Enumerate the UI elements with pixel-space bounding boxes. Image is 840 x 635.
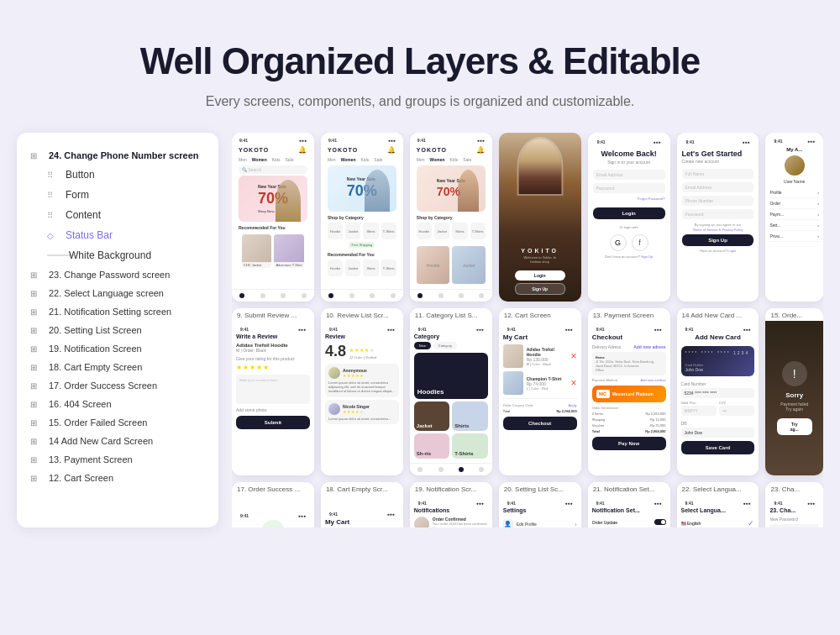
grid-icon: ⊞ [30, 344, 42, 354]
grid-icon: ⊞ [30, 418, 42, 428]
layer-label: Button [66, 169, 95, 181]
layer-item-content[interactable]: ⠿ Content [17, 205, 218, 225]
layer-label: 21. Notification Setting screen [49, 307, 171, 317]
screen-notification[interactable]: 19. Notification Scr... 9:41 ●●● Notific… [410, 482, 492, 527]
layer-label: 14 Add New Card Screen [49, 436, 153, 446]
layer-label: Content [66, 209, 101, 221]
screen-label-add-new-card: 14 Add New Card ... [677, 308, 759, 321]
layers-panel: ⊞ 24. Change Phone Number screen ⠿ Butto… [17, 133, 218, 527]
layer-label: 18. Cart Empty Screen [49, 362, 142, 372]
hero-subtitle: Every screens, components, and groups is… [17, 94, 823, 109]
preview-row-2: 9. Submit Review ... 9:41 ●●● Write a Re… [232, 308, 823, 475]
layer-label: 17. Order Success Screen [49, 380, 157, 391]
screen-yokoto-home-2[interactable]: 9:41 ●●● YOKOTO 🔔 MenWomenKidsSale [321, 133, 403, 302]
layer-item-14-add-new-card[interactable]: ⊞ 14 Add New Card Screen [17, 432, 218, 450]
grid-icon: ⊞ [30, 363, 42, 372]
layer-label: 22. Select Language screen [49, 288, 164, 298]
screen-notif-setting[interactable]: 21. Notification Set... 9:41 ●●● Notific… [588, 482, 670, 527]
grid-icon: ⊞ [30, 151, 42, 160]
screen-23[interactable]: 23. Cha... 9:41 ●●● 23. Cha... New Passw… [765, 482, 823, 527]
screen-order-success[interactable]: 17. Order Success ... 9:41 ●●● ✓ Order S… [232, 482, 314, 527]
screen-order-failed[interactable]: 15. Orde... ! Sorry Payment failedTry ag… [765, 308, 823, 475]
main-content: ⊞ 24. Change Phone Number screen ⠿ Butto… [0, 133, 840, 544]
hero-title: Well Organized Layers & Editable [17, 40, 823, 82]
previews-area: 9:41 ●●● YOKOTO 🔔 MenWomenKidsSale 🔍 Sea… [232, 133, 823, 527]
grid-icon: ⊞ [30, 270, 42, 280]
screen-label-setting-list: 20. Setting List Sc... [499, 482, 581, 495]
screen-label-order-success: 17. Order Success ... [232, 482, 314, 495]
layer-label: White Background [69, 249, 151, 261]
dots-icon: ⠿ [47, 171, 59, 180]
layer-label: 13. Payment Screen [49, 454, 133, 464]
layer-label: 23. Change Password screen [49, 270, 170, 280]
layer-item-22-select-language[interactable]: ⊞ 22. Select Language screen [17, 284, 218, 302]
layer-item-form[interactable]: ⠿ Form [17, 185, 218, 205]
screen-cart[interactable]: 12. Cart Screen 9:41 ●●● My Cart Adidas … [499, 308, 581, 475]
screen-label-notif-setting: 21. Notification Set... [588, 482, 670, 495]
screen-cart-empty[interactable]: 18. Cart Empty Scr... 9:41 ●●● My Cart 🛒… [321, 482, 403, 527]
screen-label-category-list: 11. Category List S... [410, 308, 492, 321]
screen-lets-get-started[interactable]: 9:41 ●●● Let's Get Started Create new ac… [677, 133, 759, 302]
screen-label-cart: 12. Cart Screen [499, 308, 581, 321]
screen-label-review-list: 10. Review List Scr... [321, 308, 403, 321]
preview-row-3: 17. Order Success ... 9:41 ●●● ✓ Order S… [232, 482, 823, 527]
diamond-icon: ◇ [47, 231, 59, 240]
layer-label: Status Bar [66, 229, 113, 241]
layer-item-12-cart[interactable]: ⊞ 12. Cart Screen [17, 469, 218, 487]
screen-label-payment: 13. Payment Screen [588, 308, 670, 321]
screen-category-list[interactable]: 11. Category List S... 9:41 ●●● Category… [410, 308, 492, 475]
grid-icon: ⊞ [30, 474, 42, 483]
layer-item-19-notification[interactable]: ⊞ 19. Notification Screen [17, 339, 218, 358]
layer-item-18-cart-empty[interactable]: ⊞ 18. Cart Empty Screen [17, 358, 218, 376]
screen-add-new-card[interactable]: 14 Add New Card ... 9:41 ●●● Add New Car… [677, 308, 759, 475]
preview-row-1: 9:41 ●●● YOKOTO 🔔 MenWomenKidsSale 🔍 Sea… [232, 133, 823, 302]
grid-icon: ⊞ [30, 437, 42, 446]
layer-label: 24. Change Phone Number screen [49, 150, 199, 160]
layer-item-21-notification[interactable]: ⊞ 21. Notification Setting screen [17, 302, 218, 321]
hero-section: Well Organized Layers & Editable Every s… [0, 0, 840, 133]
layer-item-13-payment[interactable]: ⊞ 13. Payment Screen [17, 450, 218, 469]
screen-label-submit-review: 9. Submit Review ... [232, 308, 314, 321]
grid-icon: ⊞ [30, 307, 42, 317]
screen-label-notification: 19. Notification Scr... [410, 482, 492, 495]
screen-yokoto-home-3[interactable]: 9:41 ●●● YOKOTO 🔔 MenWomenKidsSale [410, 133, 492, 302]
dots-icon: ⠿ [47, 191, 59, 200]
layer-item-23-change-password[interactable]: ⊞ 23. Change Password screen [17, 265, 218, 284]
screen-review-list[interactable]: 10. Review List Scr... 9:41 ●●● Review 4… [321, 308, 403, 475]
screen-my-account[interactable]: 9:41 ●●● My A... User Name Profile › Ord… [765, 133, 823, 302]
layer-item-24-change-phone[interactable]: ⊞ 24. Change Phone Number screen [17, 146, 218, 165]
layer-item-17-order-success[interactable]: ⊞ 17. Order Success Screen [17, 376, 218, 395]
layer-item-20-setting-list[interactable]: ⊞ 20. Setting List Screen [17, 321, 218, 339]
dots-icon: ⠿ [47, 211, 59, 220]
layer-label: 16. 404 Screen [49, 399, 112, 409]
screen-submit-review[interactable]: 9. Submit Review ... 9:41 ●●● Write a Re… [232, 308, 314, 475]
layer-label: 15. Order Failed Screen [49, 417, 147, 428]
layer-label: 12. Cart Screen [49, 473, 113, 483]
layer-item-status-bar[interactable]: ◇ Status Bar [17, 225, 218, 245]
layer-item-white-bg[interactable]: White Background [17, 245, 218, 265]
screen-yokoto-home-1[interactable]: 9:41 ●●● YOKOTO 🔔 MenWomenKidsSale 🔍 Sea… [232, 133, 314, 302]
layer-label: 19. Notification Screen [49, 344, 142, 354]
layer-item-16-404[interactable]: ⊞ 16. 404 Screen [17, 395, 218, 413]
screen-select-language[interactable]: 22. Select Langua... 9:41 ●●● Select Lan… [677, 482, 759, 527]
grid-icon: ⊞ [30, 381, 42, 391]
grid-icon: ⊞ [30, 455, 42, 464]
screen-fashion-photo[interactable]: YOKITO Welcome to Yokito, lafashion shop… [499, 133, 581, 302]
screen-welcome-back[interactable]: 9:41 ●●● Welcome Back! Sign in to your a… [588, 133, 670, 302]
grid-icon: ⊞ [30, 289, 42, 298]
screen-setting-list[interactable]: 20. Setting List Sc... 9:41 ●●● Settings… [499, 482, 581, 527]
screen-label-order-failed: 15. Orde... [765, 308, 823, 321]
layer-label: 20. Setting List Screen [49, 325, 142, 335]
screen-label-select-language: 22. Select Langua... [677, 482, 759, 495]
screen-payment[interactable]: 13. Payment Screen 9:41 ●●● Checkout Del… [588, 308, 670, 475]
layer-item-button[interactable]: ⠿ Button [17, 165, 218, 185]
screen-label-cart-empty: 18. Cart Empty Scr... [321, 482, 403, 495]
grid-icon: ⊞ [30, 326, 42, 335]
line-icon [47, 255, 59, 256]
grid-icon: ⊞ [30, 400, 42, 409]
screen-label-23: 23. Cha... [765, 482, 823, 495]
layer-label: Form [66, 189, 89, 201]
layer-item-15-order-failed[interactable]: ⊞ 15. Order Failed Screen [17, 413, 218, 432]
